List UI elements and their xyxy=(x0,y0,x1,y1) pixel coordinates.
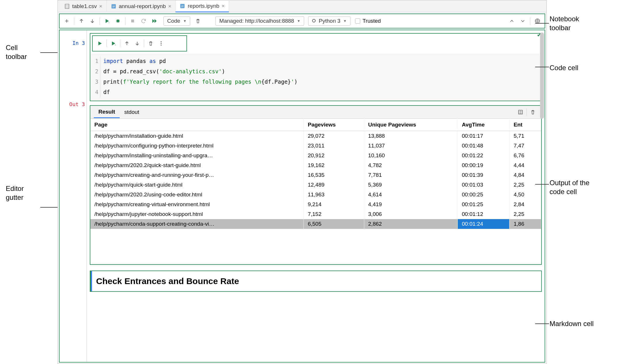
table-cell[interactable]: 00:00:19 xyxy=(458,160,510,170)
table-cell[interactable]: 5,369 xyxy=(364,180,458,190)
table-cell[interactable]: 1,86 xyxy=(510,219,541,229)
trusted-toggle[interactable]: Trusted xyxy=(355,18,381,24)
move-up-button[interactable] xyxy=(77,16,86,26)
table-header[interactable]: Unique Pageviews xyxy=(364,119,458,131)
table-cell[interactable]: /help/pycharm/2020.2/using-code-editor.h… xyxy=(90,190,304,200)
delete-cell-button[interactable] xyxy=(193,16,203,26)
table-header[interactable]: Page xyxy=(90,119,304,131)
table-cell[interactable]: 00:01:17 xyxy=(458,131,510,141)
run-cell-insert-button[interactable]: I xyxy=(108,39,118,48)
run-cell-button[interactable] xyxy=(95,39,105,48)
table-cell[interactable]: 00:00:25 xyxy=(458,190,510,200)
tab-reports[interactable]: IP reports.ipynb × xyxy=(176,1,229,12)
table-cell[interactable]: 00:01:03 xyxy=(458,180,510,190)
table-header[interactable]: Ent xyxy=(510,119,541,131)
table-cell[interactable]: 2,25 xyxy=(510,209,541,219)
table-row[interactable]: /help/pycharm/creating-and-running-your-… xyxy=(90,170,541,180)
table-cell[interactable]: 2,84 xyxy=(510,200,541,209)
table-cell[interactable]: 5,71 xyxy=(510,131,541,141)
table-cell[interactable]: 12,489 xyxy=(304,180,364,190)
restart-button[interactable] xyxy=(139,16,148,26)
table-cell[interactable]: 3,006 xyxy=(364,209,458,219)
code-editor[interactable]: 1 2 3 4 import pandas as pd df = pd.read… xyxy=(90,54,541,101)
table-cell[interactable]: 10,160 xyxy=(364,151,458,160)
output-tab-result[interactable]: Result xyxy=(94,106,120,118)
table-cell[interactable]: 20,912 xyxy=(304,151,364,160)
table-cell[interactable]: 6,505 xyxy=(304,219,364,229)
table-cell[interactable]: /help/pycharm/configuring-python-interpr… xyxy=(90,141,304,151)
table-cell[interactable]: 00:01:25 xyxy=(458,200,510,209)
stop-button[interactable] xyxy=(128,16,138,26)
table-cell[interactable]: 00:01:48 xyxy=(458,141,510,151)
table-row[interactable]: /help/pycharm/conda-support-creating-con… xyxy=(90,219,541,229)
tab-table1[interactable]: table1.csv × xyxy=(60,0,107,12)
table-cell[interactable]: 13,888 xyxy=(364,131,458,141)
table-cell[interactable]: /help/pycharm/jupyter-notebook-support.h… xyxy=(90,209,304,219)
table-cell[interactable]: /help/pycharm/creating-virtual-environme… xyxy=(90,200,304,209)
table-cell[interactable]: 7,152 xyxy=(304,209,364,219)
table-cell[interactable]: 7,47 xyxy=(510,141,541,151)
output-tab-stdout[interactable]: stdout xyxy=(120,107,144,118)
table-row[interactable]: /help/pycharm/creating-virtual-environme… xyxy=(90,200,541,209)
move-down-button[interactable] xyxy=(87,16,97,26)
tab-annual-report[interactable]: IP annual-report.ipynb × xyxy=(107,0,176,12)
table-cell[interactable]: 6,76 xyxy=(510,151,541,160)
kernel-select[interactable]: Python 3 ▼ xyxy=(308,16,350,26)
table-cell[interactable]: 00:01:39 xyxy=(458,170,510,180)
debug-button[interactable] xyxy=(113,16,123,26)
output-table[interactable]: PagePageviewsUnique PageviewsAvgTimeEnt … xyxy=(90,118,541,229)
table-cell[interactable]: 29,072 xyxy=(304,131,364,141)
table-cell[interactable]: /help/pycharm/conda-support-creating-con… xyxy=(90,219,304,229)
table-cell[interactable]: 4,782 xyxy=(364,160,458,170)
table-cell[interactable]: 00:01:22 xyxy=(458,151,510,160)
table-cell[interactable]: /help/pycharm/quick-start-guide.html xyxy=(90,180,304,190)
table-row[interactable]: /help/pycharm/2020.2/using-code-editor.h… xyxy=(90,190,541,200)
code-cell[interactable]: I xyxy=(90,33,542,101)
table-cell[interactable]: 9,214 xyxy=(304,200,364,209)
table-cell[interactable]: /help/pycharm/creating-and-running-your-… xyxy=(90,170,304,180)
table-cell[interactable]: /help/pycharm/2020.2/quick-start-guide.h… xyxy=(90,160,304,170)
cell-delete-button[interactable] xyxy=(146,39,156,48)
scrollbar[interactable] xyxy=(540,32,544,119)
table-cell[interactable]: 11,037 xyxy=(364,141,458,151)
close-icon[interactable]: × xyxy=(222,3,225,9)
table-cell[interactable]: 19,162 xyxy=(304,160,364,170)
table-header[interactable]: Pageviews xyxy=(304,119,364,131)
table-cell[interactable]: 4,50 xyxy=(510,190,541,200)
cell-move-down-button[interactable] xyxy=(132,39,142,48)
run-cell-select-below-button[interactable]: I xyxy=(102,16,112,26)
table-cell[interactable]: 16,535 xyxy=(304,170,364,180)
table-cell[interactable]: 23,011 xyxy=(304,141,364,151)
add-cell-button[interactable] xyxy=(62,16,72,26)
table-cell[interactable]: 7,781 xyxy=(364,170,458,180)
collapse-up-button[interactable] xyxy=(507,16,517,26)
run-all-button[interactable] xyxy=(150,16,159,26)
table-row[interactable]: /help/pycharm/installation-guide.html29,… xyxy=(90,131,541,141)
table-cell[interactable]: 4,419 xyxy=(364,200,458,209)
close-icon[interactable]: × xyxy=(168,3,171,9)
table-header[interactable]: AvgTime xyxy=(458,119,510,131)
table-row[interactable]: /help/pycharm/quick-start-guide.html12,4… xyxy=(90,180,541,190)
table-cell[interactable]: 00:01:24 xyxy=(458,219,510,229)
code-content[interactable]: import pandas as pd df = pd.read_csv('do… xyxy=(100,56,297,97)
table-cell[interactable]: 2,25 xyxy=(510,180,541,190)
table-row[interactable]: /help/pycharm/2020.2/quick-start-guide.h… xyxy=(90,160,541,170)
table-view-icon[interactable] xyxy=(516,107,525,117)
table-cell[interactable]: 4,44 xyxy=(510,160,541,170)
cell-more-button[interactable] xyxy=(156,39,166,48)
cell-move-up-button[interactable] xyxy=(122,39,132,48)
table-cell[interactable]: 4,84 xyxy=(510,170,541,180)
table-row[interactable]: /help/pycharm/jupyter-notebook-support.h… xyxy=(90,209,541,219)
table-cell[interactable]: 00:01:12 xyxy=(458,209,510,219)
open-browser-button[interactable] xyxy=(533,16,542,26)
table-cell[interactable]: 11,963 xyxy=(304,190,364,200)
table-cell[interactable]: /help/pycharm/installation-guide.html xyxy=(90,131,304,141)
markdown-cell[interactable]: Check Entrances and Bounce Rate xyxy=(90,271,542,292)
server-select[interactable]: Managed: http://localhost:8888 ▼ xyxy=(215,16,304,26)
table-cell[interactable]: 4,614 xyxy=(364,190,458,200)
collapse-down-button[interactable] xyxy=(518,16,528,26)
table-row[interactable]: /help/pycharm/configuring-python-interpr… xyxy=(90,141,541,151)
table-cell[interactable]: /help/pycharm/installing-uninstalling-an… xyxy=(90,151,304,160)
table-cell[interactable]: 2,862 xyxy=(364,219,458,229)
close-icon[interactable]: × xyxy=(99,3,102,9)
